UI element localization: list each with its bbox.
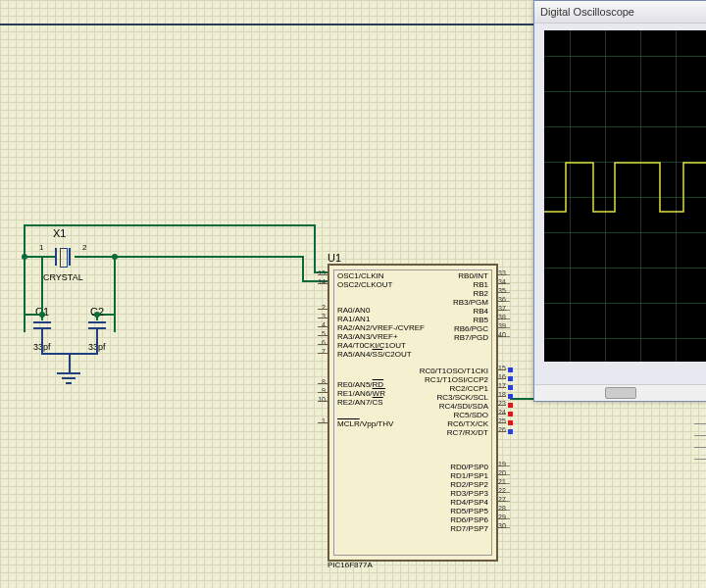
pin-number: 40 (498, 330, 512, 339)
pin-number: 6 (312, 338, 326, 347)
pin-number: 35 (498, 286, 512, 295)
pin-label: RB6/PGC (454, 324, 488, 333)
pin-number: 2 (312, 303, 326, 312)
pin-label: RA1/AN1 (337, 315, 370, 323)
pin-number: 7 (312, 347, 326, 356)
pin-label: RE2/AN7/CS (337, 398, 383, 407)
pin-number: 33 (498, 269, 512, 277)
crystal-component[interactable] (51, 248, 75, 266)
pin-label: RC7/RX/DT (447, 428, 488, 437)
pin-label: RC5/SDO (453, 411, 488, 419)
pin-number: 3 (312, 312, 326, 320)
pin-label: RE0/AN5/RD (337, 380, 383, 389)
pin-number: 22 (498, 486, 512, 495)
crystal-p1: 1 (39, 243, 43, 252)
pin-label: RC0/T1OSO/T1CKI (420, 367, 488, 375)
crystal-p2: 2 (82, 243, 86, 252)
chip-ref: U1 (328, 252, 341, 264)
pin-label: RA0/AN0 (337, 306, 370, 315)
pin-number: 10 (312, 395, 326, 404)
pin-label: RD7/PSP7 (450, 524, 488, 533)
pin-label: RA3/AN3/VREF+ (337, 332, 398, 341)
pin-number: 30 (498, 521, 512, 530)
pin-label: RC2/CCP1 (449, 384, 488, 393)
pin-number: 29 (498, 513, 512, 521)
pin-label: RB5 (473, 316, 488, 324)
pin-label: MCLR/Vpp/THV (337, 419, 393, 428)
oscilloscope-window[interactable]: Digital Oscilloscope (533, 0, 706, 402)
scope-screen[interactable] (544, 30, 706, 362)
pin-number: 21 (498, 477, 512, 486)
pin-label: RB3/PGM (453, 298, 488, 307)
pin-number: 5 (312, 329, 326, 338)
pin-label: RC3/SCK/SCL (437, 393, 488, 402)
pin-number: 39 (498, 321, 512, 330)
pin-number: 34 (498, 277, 512, 286)
pin-number: 37 (498, 304, 512, 313)
pin-label: RD5/PSP5 (450, 507, 488, 515)
pin-label: RB4 (473, 307, 488, 316)
mcu-chip[interactable]: OSC1/CLKINOSC2/CLKOUTRA0/AN0RA1/AN1RA2/A… (328, 264, 498, 562)
scroll-thumb[interactable] (605, 387, 636, 399)
pin-number: 28 (498, 504, 512, 513)
pin-label: RC1/T1OSI/CCP2 (425, 375, 488, 384)
pin-label: RD2/PSP2 (450, 480, 488, 489)
pin-number: 38 (498, 313, 512, 321)
pin-number: 8 (312, 377, 326, 386)
pin-label: RB1 (473, 280, 488, 289)
chip-model: PIC16F877A (328, 561, 373, 569)
pin-label: RB7/PGD (454, 333, 488, 342)
pin-label: RC6/TX/CK (447, 419, 488, 428)
pin-label: RB2 (473, 289, 488, 298)
pin-number: 20 (498, 468, 512, 477)
pin-label: OSC1/CLKIN (337, 271, 384, 280)
scope-title[interactable]: Digital Oscilloscope (534, 1, 706, 24)
pin-number: 19 (498, 460, 512, 468)
pin-number: 9 (312, 386, 326, 395)
pin-number: 4 (312, 320, 326, 329)
pin-label: OSC2/CLKOUT (337, 280, 392, 289)
pin-label: RE1/AN6/WR (337, 389, 385, 398)
pin-label: RC4/SDI/SDA (439, 402, 488, 411)
scope-scrollbar[interactable] (534, 384, 706, 401)
pin-number: 13 (312, 269, 326, 277)
pin-label: RD0/PSP0 (450, 463, 488, 471)
pin-label: RA4/T0CKI/C1OUT (337, 341, 406, 350)
pin-label: RD6/PSP6 (450, 515, 488, 524)
pin-label: RD1/PSP1 (450, 471, 488, 480)
crystal-value: CRYSTAL (43, 272, 83, 282)
pin-label: RB0/INT (458, 271, 488, 280)
pin-label: RA2/AN2/VREF-/CVREF (337, 323, 425, 332)
pin-number: 27 (498, 495, 512, 504)
crystal-ref: X1 (53, 227, 66, 239)
pin-number: 14 (312, 277, 326, 286)
pin-label: RD3/PSP3 (450, 489, 488, 498)
pin-label: RA5/AN4/SS/C2OUT (337, 350, 412, 359)
pin-terminal[interactable] (508, 429, 513, 434)
ground-symbol (57, 372, 80, 388)
pin-label: RD4/PSP4 (450, 498, 488, 507)
pin-number: 1 (312, 416, 326, 425)
pin-number: 36 (498, 295, 512, 304)
